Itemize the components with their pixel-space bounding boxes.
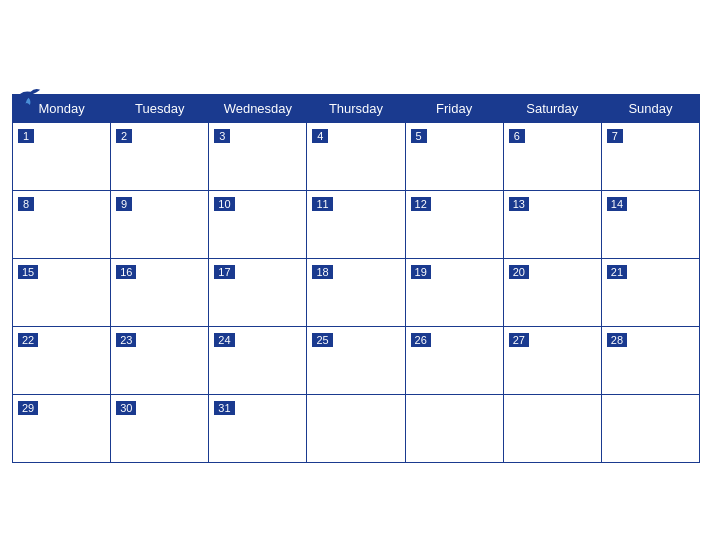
calendar-cell: 23 [111, 326, 209, 394]
calendar-cell: 6 [503, 122, 601, 190]
weekday-header-tuesday: Tuesday [111, 94, 209, 122]
day-number: 14 [607, 197, 627, 211]
day-number: 18 [312, 265, 332, 279]
calendar-cell: 5 [405, 122, 503, 190]
day-number: 30 [116, 401, 136, 415]
day-number: 9 [116, 197, 132, 211]
calendar-cell [503, 394, 601, 462]
weekday-header-saturday: Saturday [503, 94, 601, 122]
week-row-3: 15161718192021 [13, 258, 700, 326]
calendar-cell: 14 [601, 190, 699, 258]
day-number: 23 [116, 333, 136, 347]
day-number: 25 [312, 333, 332, 347]
calendar-cell: 13 [503, 190, 601, 258]
day-number: 5 [411, 129, 427, 143]
calendar-cell: 17 [209, 258, 307, 326]
day-number: 3 [214, 129, 230, 143]
calendar-cell: 9 [111, 190, 209, 258]
day-number: 1 [18, 129, 34, 143]
day-number: 16 [116, 265, 136, 279]
calendar-cell: 20 [503, 258, 601, 326]
calendar-cell: 3 [209, 122, 307, 190]
week-row-4: 22232425262728 [13, 326, 700, 394]
calendar-cell: 25 [307, 326, 405, 394]
calendar-cell: 27 [503, 326, 601, 394]
day-number: 26 [411, 333, 431, 347]
day-number: 20 [509, 265, 529, 279]
day-number: 21 [607, 265, 627, 279]
calendar-cell: 1 [13, 122, 111, 190]
day-number: 29 [18, 401, 38, 415]
calendar-cell: 10 [209, 190, 307, 258]
day-number: 28 [607, 333, 627, 347]
day-number: 13 [509, 197, 529, 211]
calendar-cell: 15 [13, 258, 111, 326]
calendar-cell: 28 [601, 326, 699, 394]
calendar-cell: 11 [307, 190, 405, 258]
day-number: 7 [607, 129, 623, 143]
calendar-cell [601, 394, 699, 462]
day-number: 15 [18, 265, 38, 279]
calendar-table: MondayTuesdayWednesdayThursdayFridaySatu… [12, 94, 700, 463]
logo-combined [12, 86, 46, 108]
day-number: 24 [214, 333, 234, 347]
day-number: 12 [411, 197, 431, 211]
calendar-cell: 24 [209, 326, 307, 394]
day-number: 8 [18, 197, 34, 211]
week-row-2: 891011121314 [13, 190, 700, 258]
weekday-header-row: MondayTuesdayWednesdayThursdayFridaySatu… [13, 94, 700, 122]
day-number: 19 [411, 265, 431, 279]
calendar-cell: 21 [601, 258, 699, 326]
day-number: 31 [214, 401, 234, 415]
calendar-cell: 29 [13, 394, 111, 462]
calendar-cell [405, 394, 503, 462]
calendar-cell: 18 [307, 258, 405, 326]
calendar-cell [307, 394, 405, 462]
day-number: 11 [312, 197, 332, 211]
week-row-1: 1234567 [13, 122, 700, 190]
calendar-cell: 26 [405, 326, 503, 394]
calendar-cell: 8 [13, 190, 111, 258]
day-number: 17 [214, 265, 234, 279]
day-number: 2 [116, 129, 132, 143]
calendar-thead: MondayTuesdayWednesdayThursdayFridaySatu… [13, 94, 700, 122]
calendar-wrapper: MondayTuesdayWednesdayThursdayFridaySatu… [0, 76, 712, 475]
logo-area [12, 86, 46, 108]
calendar-cell: 16 [111, 258, 209, 326]
calendar-tbody: 1234567891011121314151617181920212223242… [13, 122, 700, 462]
weekday-header-sunday: Sunday [601, 94, 699, 122]
calendar-cell: 19 [405, 258, 503, 326]
weekday-header-friday: Friday [405, 94, 503, 122]
week-row-5: 293031 [13, 394, 700, 462]
calendar-cell: 30 [111, 394, 209, 462]
calendar-cell: 12 [405, 190, 503, 258]
calendar-cell: 31 [209, 394, 307, 462]
day-number: 10 [214, 197, 234, 211]
day-number: 6 [509, 129, 525, 143]
calendar-cell: 4 [307, 122, 405, 190]
calendar-cell: 2 [111, 122, 209, 190]
day-number: 22 [18, 333, 38, 347]
calendar-cell: 7 [601, 122, 699, 190]
weekday-header-thursday: Thursday [307, 94, 405, 122]
weekday-header-wednesday: Wednesday [209, 94, 307, 122]
day-number: 27 [509, 333, 529, 347]
calendar-cell: 22 [13, 326, 111, 394]
day-number: 4 [312, 129, 328, 143]
logo-bird-icon [12, 86, 42, 108]
